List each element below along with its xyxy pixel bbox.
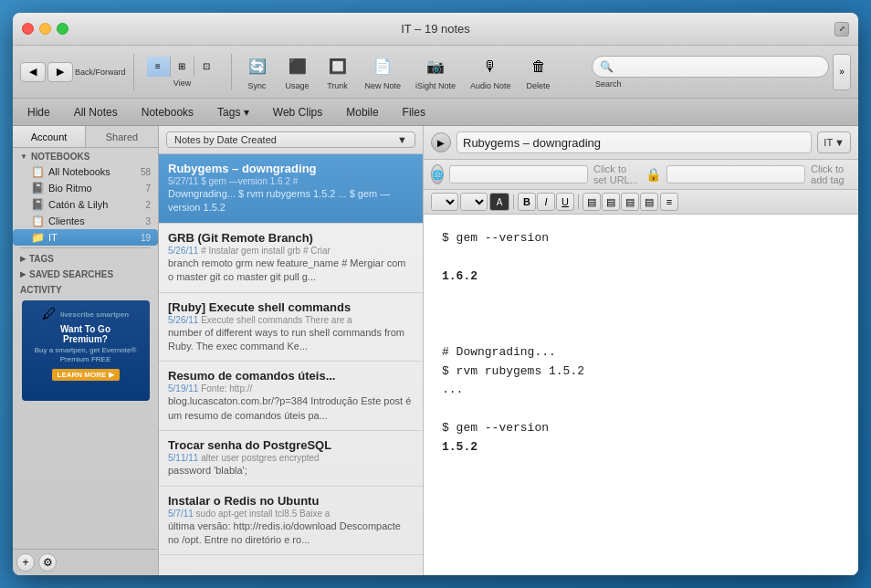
note-preview-2: number of different ways to run shell co… (168, 326, 414, 354)
note-title-1: GRB (Git Remote Branch) (168, 231, 414, 245)
align-left-btn[interactable]: ▤ (582, 193, 601, 211)
view-list-btn[interactable]: ≡ (147, 57, 171, 77)
search-box: 🔍 Search (592, 56, 829, 89)
format-toolbar: A B I U ▤ ▤ ▤ ▤ ≡ (424, 190, 858, 215)
italic-button[interactable]: I (537, 193, 555, 211)
notebook-chevron-icon: ▼ (834, 137, 845, 148)
saved-searches-section[interactable]: ▶ SAVED SEARCHES (13, 266, 158, 281)
sidebar-item-clientes[interactable]: 📋 Clientes 3 (13, 213, 158, 229)
note-title-5: Instalar o Redis no Ubuntu (168, 494, 414, 508)
url-lock-button[interactable]: 🌐 (431, 164, 444, 184)
sync-icon: 🔄 (245, 54, 270, 79)
url-input[interactable] (449, 165, 588, 184)
tab-files[interactable]: Files (392, 99, 436, 125)
tab-all-notes[interactable]: All Notes (63, 99, 129, 125)
add-notebook-button[interactable]: + (16, 553, 35, 572)
sidebar-bottom: + ⚙ (13, 549, 158, 575)
search-input[interactable] (617, 60, 821, 73)
align-center-btn[interactable]: ▤ (602, 193, 620, 211)
sidebar-scroll-area: ▼ NOTEBOOKS 📋 All Notebooks 58 📓 Bio Rit… (13, 148, 158, 549)
account-shared-tabs: Account Shared (13, 126, 158, 148)
sidebar-item-caton[interactable]: 📓 Catón & Lilyh 2 (13, 196, 158, 213)
font-size-select[interactable] (431, 193, 458, 211)
toolbar-separator-2 (231, 54, 232, 90)
note-title-3: Resumo de comandos úteis... (168, 369, 414, 383)
play-button[interactable]: ▶ (431, 132, 451, 152)
align-right-btn[interactable]: ▤ (621, 193, 639, 211)
trunk-button[interactable]: 🔲 Trunk (320, 50, 356, 94)
fmt-separator-2 (578, 194, 579, 209)
delete-button[interactable]: 🗑 Delete (520, 50, 557, 94)
tab-webclips[interactable]: Web Clips (262, 99, 333, 125)
tab-notebooks[interactable]: Notebooks (131, 99, 205, 125)
ad-learn-more-btn[interactable]: LEARN MORE ▶ (52, 369, 120, 381)
delete-icon: 🗑 (526, 54, 551, 79)
tab-mobile[interactable]: Mobile (335, 99, 389, 125)
ordered-list-btn[interactable]: ≡ (660, 193, 678, 211)
sidebar-item-bio-ritmo[interactable]: 📓 Bio Ritmo 7 (13, 180, 158, 196)
maximize-button[interactable] (57, 23, 68, 35)
line-height-select[interactable] (460, 193, 488, 211)
note-item-0[interactable]: Rubygems – downgrading 5/27/11 $ gem —ve… (159, 154, 423, 224)
resize-button[interactable]: ⤢ (834, 22, 849, 37)
view-btns-row: ≡ ⊞ ⊡ (147, 57, 218, 77)
tab-hide[interactable]: Hide (16, 99, 61, 125)
note-date-0: 5/27/11 $ gem —version 1.6.2 # (168, 176, 414, 186)
shared-tab[interactable]: Shared (86, 126, 158, 147)
more-button[interactable]: » (833, 54, 851, 90)
editor-content[interactable]: $ gem --version 1.6.2 # Downgrading... $… (424, 215, 858, 575)
notebook-selector[interactable]: IT ▼ (817, 131, 851, 153)
view-snippet-btn[interactable]: ⊡ (194, 57, 218, 77)
note-title-input[interactable] (456, 131, 812, 153)
sidebar-item-it[interactable]: 📁 IT 19 (13, 229, 158, 246)
saved-searches-arrow: ▶ (20, 270, 26, 278)
note-date-3: 5/19/11 Fonte: http:// (168, 383, 414, 394)
note-item-1[interactable]: GRB (Git Remote Branch) 5/26/11 # Instal… (159, 224, 423, 293)
search-icon: 🔍 (600, 60, 614, 73)
url-placeholder-text: Click to set URL... (593, 163, 640, 185)
usage-button[interactable]: ⬛ Usage (279, 50, 316, 94)
sidebar-item-all-notebooks[interactable]: 📋 All Notebooks 58 (13, 163, 158, 180)
bold-button[interactable]: B (518, 193, 536, 211)
note-item-3[interactable]: Resumo de comandos úteis... 5/19/11 Font… (159, 362, 423, 431)
isight-note-button[interactable]: 📷 iSight Note (410, 50, 461, 94)
activity-section: ACTIVITY (13, 281, 158, 297)
notes-list-body: Rubygems – downgrading 5/27/11 $ gem —ve… (159, 154, 423, 575)
nav-group: ◀ ▶ Back/Forward (20, 62, 126, 82)
notes-list: Notes by Date Created ▼ Rubygems – downg… (159, 126, 424, 575)
toolbar: ◀ ▶ Back/Forward ≡ ⊞ ⊡ View 🔄 Sync ⬛ Usa… (13, 46, 858, 99)
editor-header: ▶ IT ▼ (424, 126, 858, 160)
content-line-0: $ gem --version (442, 229, 840, 248)
tag-input[interactable] (666, 165, 805, 184)
align-justify-btn[interactable]: ▤ (640, 193, 658, 211)
back-button[interactable]: ◀ (20, 62, 46, 82)
sort-select[interactable]: Notes by Date Created ▼ (166, 131, 415, 148)
new-note-button[interactable]: 📄 New Note (360, 50, 407, 94)
view-label: View (173, 79, 191, 88)
forward-button[interactable]: ▶ (47, 62, 73, 82)
ad-logo: livescribe smartpen (60, 310, 129, 319)
content-line-11: 1.5.2 (442, 438, 840, 457)
format-color-btn[interactable]: A (489, 193, 509, 211)
view-grid-btn[interactable]: ⊞ (171, 57, 194, 77)
ad-banner[interactable]: 🖊 livescribe smartpen Want To GoPremium?… (22, 300, 150, 401)
audio-note-button[interactable]: 🎙 Audio Note (465, 50, 517, 94)
tags-section[interactable]: ▶ TAGS (13, 250, 158, 266)
note-item-2[interactable]: [Ruby] Execute shell commands 5/26/11 Ex… (159, 293, 423, 362)
tab-tags[interactable]: Tags ▾ (206, 99, 260, 125)
ad-want: Want To GoPremium? (60, 324, 110, 344)
titlebar: IT – 19 notes ⤢ (13, 13, 858, 46)
close-button[interactable] (22, 23, 34, 35)
underline-button[interactable]: U (556, 193, 574, 211)
note-item-5[interactable]: Instalar o Redis no Ubuntu 5/7/11 sudo a… (159, 487, 423, 556)
account-tab[interactable]: Account (13, 126, 86, 147)
minimize-button[interactable] (39, 23, 51, 35)
notebooks-section[interactable]: ▼ NOTEBOOKS (13, 148, 158, 163)
notebooks-arrow: ▼ (20, 152, 27, 161)
view-button[interactable]: ≡ ⊞ ⊡ View (142, 53, 224, 91)
sidebar: Account Shared ▼ NOTEBOOKS 📋 All Noteboo… (13, 126, 159, 575)
note-item-4[interactable]: Trocar senha do PostgreSQL 5/11/11 alter… (159, 431, 423, 486)
nav-label: Back/Forward (75, 68, 126, 77)
notebook-settings-button[interactable]: ⚙ (38, 553, 57, 572)
sync-button[interactable]: 🔄 Sync (239, 50, 276, 94)
